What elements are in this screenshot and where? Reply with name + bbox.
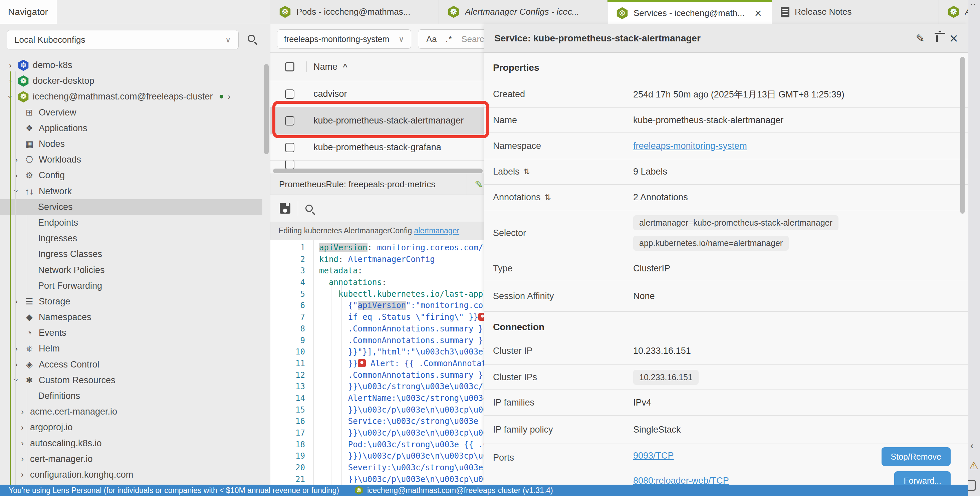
chevron-right-icon[interactable]: › xyxy=(17,439,28,448)
line-content: Severity:\u003c/strong\u003e xyxy=(314,463,488,475)
detail-value: SingleStack xyxy=(633,424,681,435)
close-tab-icon[interactable]: × xyxy=(755,7,762,19)
sort-toggle-icon[interactable]: ⇅ xyxy=(545,193,551,202)
sidebar-item-network[interactable]: ›↑↓Network xyxy=(0,184,270,199)
sidebar-item-config[interactable]: ›⚙Config xyxy=(0,168,270,183)
sidebar-item-overview[interactable]: ⊞Overview xyxy=(0,105,270,121)
sidebar-scrollbar[interactable] xyxy=(264,64,269,154)
line-number: 20 xyxy=(270,463,314,475)
line-content: .CommonAnnotations.summary }}- xyxy=(314,370,493,382)
sidebar-item-autoscaling-k8s-io[interactable]: ›autoscaling.k8s.io xyxy=(0,436,270,451)
row-checkbox[interactable] xyxy=(285,143,294,152)
chevron-right-icon[interactable]: › xyxy=(11,344,22,353)
row-checkbox[interactable] xyxy=(285,116,294,126)
sidebar-item-configuration-konghq-com[interactable]: ›configuration.konghq.com xyxy=(0,467,270,483)
sidebar-item-docker-desktop[interactable]: ›☸docker-desktop xyxy=(0,73,270,89)
tab-alertmanager-configs[interactable]: ☸Alertmanager Configs - icec... xyxy=(439,0,608,24)
line-number: 2 xyxy=(270,255,314,266)
detail-link-namespace[interactable]: freeleaps-monitoring-system xyxy=(633,141,747,151)
sidebar-item-applications[interactable]: ❖Applications xyxy=(0,121,270,136)
edit-service-icon[interactable]: ✎ xyxy=(916,32,924,45)
chevron-right-icon[interactable]: › xyxy=(11,360,22,369)
column-header-name[interactable]: Name xyxy=(313,62,337,72)
breadcrumb-link[interactable]: alertmanager xyxy=(414,226,460,235)
chevron-down-icon[interactable]: › xyxy=(12,375,21,386)
detail-label: Type xyxy=(493,263,633,274)
edit-pencil-icon[interactable]: ✎ xyxy=(475,178,483,190)
status-bar: You're using Lens Personal (for individu… xyxy=(0,485,980,496)
sort-asc-icon[interactable]: ^ xyxy=(343,62,347,72)
chevron-right-icon[interactable]: › xyxy=(228,92,231,102)
detail-row-selector: Selectoralertmanager=kube-prometheus-sta… xyxy=(484,210,968,256)
forward-button[interactable]: Forward... xyxy=(894,471,951,485)
chevron-right-icon[interactable]: › xyxy=(17,423,28,432)
tab-release-notes[interactable]: Release Notes xyxy=(772,0,939,24)
sidebar-item-storage[interactable]: ›☰Storage xyxy=(0,294,270,309)
horizontal-scrollbar[interactable] xyxy=(273,169,483,173)
chevron-right-icon[interactable]: › xyxy=(17,407,28,417)
kubeconfig-selector[interactable]: Local Kubeconfigs ∨ xyxy=(7,30,239,49)
line-content: metadata: xyxy=(314,266,363,278)
tab-partial[interactable]: ☸A xyxy=(939,0,968,24)
chevron-right-icon[interactable]: › xyxy=(17,454,28,464)
sidebar-item-network-policies[interactable]: Network Policies xyxy=(0,262,270,278)
save-icon[interactable] xyxy=(280,203,290,214)
stop-remove-button[interactable]: Stop/Remove xyxy=(881,447,951,466)
sidebar-item-ingress-classes[interactable]: Ingress Classes xyxy=(0,246,270,262)
line-content: kind: AlertmanagerConfig xyxy=(314,255,435,266)
active-cluster-text[interactable]: icecheng@mathmast.com@freeleaps-cluster … xyxy=(367,486,553,495)
chevron-right-icon[interactable]: › xyxy=(5,61,16,70)
sidebar-item-nodes[interactable]: ▦Nodes xyxy=(0,136,270,152)
sort-toggle-icon[interactable]: ⇅ xyxy=(524,167,530,176)
tab-label: Alertmanager Configs - icec... xyxy=(465,7,579,17)
chip: alertmanager=kube-prometheus-stack-alert… xyxy=(633,215,838,230)
chevron-right-icon[interactable]: › xyxy=(11,171,22,180)
sidebar-item-cert-manager-io[interactable]: ›cert-manager.io xyxy=(0,451,270,467)
sidebar-item-endpoints[interactable]: Endpoints xyxy=(0,215,270,231)
sidebar-item-argoproj-io[interactable]: ›argoproj.io xyxy=(0,420,270,435)
line-content: if eq .Status \"firing\" }} xyxy=(314,312,486,324)
port-link-9093-tcp[interactable]: 9093/TCP xyxy=(633,451,729,461)
sidebar-item-ingresses[interactable]: Ingresses xyxy=(0,231,270,246)
sidebar-item-namespaces[interactable]: ◆Namespaces xyxy=(0,309,270,325)
row-checkbox[interactable] xyxy=(285,161,294,169)
sidebar-item-events[interactable]: ◔Events xyxy=(0,325,270,341)
sidebar-item-acme-cert-manager-io[interactable]: ›acme.cert-manager.io xyxy=(0,404,270,420)
chevron-down-icon[interactable]: › xyxy=(12,186,21,197)
close-drawer-icon[interactable]: × xyxy=(949,31,958,46)
select-all-checkbox[interactable] xyxy=(285,62,294,72)
tree-indent-guide xyxy=(15,72,16,485)
line-number: 10 xyxy=(270,347,314,359)
match-case-toggle[interactable]: Aa xyxy=(426,34,437,45)
sidebar-item-helm[interactable]: ›⎈Helm xyxy=(0,341,270,356)
sidebar-item-definitions[interactable]: Definitions xyxy=(0,388,270,404)
sidebar-item-access-control[interactable]: ›◈Access Control xyxy=(0,357,270,372)
sidebar-item-workloads[interactable]: ›⎔Workloads xyxy=(0,152,270,168)
drawer-scrollbar[interactable] xyxy=(960,57,965,214)
detail-label: Annotations⇅ xyxy=(493,192,633,203)
detail-label: IP families xyxy=(493,397,633,408)
tab-pods[interactable]: ☸Pods - icecheng@mathmas... xyxy=(270,0,439,24)
detail-label: Labels⇅ xyxy=(493,167,633,177)
kubernetes-icon: ☸ xyxy=(18,60,29,71)
delete-service-icon[interactable] xyxy=(936,35,938,42)
chevron-right-icon[interactable]: › xyxy=(11,297,22,306)
sidebar-item-label: cert-manager.io xyxy=(30,454,93,464)
sidebar-item-port-forwarding[interactable]: Port Forwarding xyxy=(0,278,270,294)
editor-search-icon[interactable] xyxy=(305,205,313,212)
sidebar-item-icecheng-mathmast-com-freeleaps-cluster[interactable]: ›☸icecheng@mathmast.com@freeleaps-cluste… xyxy=(0,89,270,105)
chevron-right-icon[interactable]: › xyxy=(17,470,28,479)
search-icon[interactable] xyxy=(248,35,255,42)
tree-indent-guide xyxy=(27,388,27,485)
tab-label: Pods - icecheng@mathmas... xyxy=(296,7,410,17)
sidebar-item-demo-k8s[interactable]: ›☸demo-k8s xyxy=(0,57,270,73)
row-checkbox[interactable] xyxy=(285,89,294,99)
tab-services[interactable]: ☸Services - icecheng@math...× xyxy=(608,0,772,24)
regex-toggle[interactable]: .* xyxy=(445,34,453,45)
port-link-8080-reloader-web-tcp[interactable]: 8080:reloader-web/TCP xyxy=(633,475,729,485)
sidebar-item-custom-resources[interactable]: ›✱Custom Resources xyxy=(0,372,270,388)
chevron-right-icon[interactable]: › xyxy=(11,155,22,165)
namespace-selector[interactable]: freeleaps-monitoring-system ∨ xyxy=(277,29,411,49)
row-name: cadvisor xyxy=(313,89,347,99)
sidebar-item-services[interactable]: Services xyxy=(0,199,262,215)
